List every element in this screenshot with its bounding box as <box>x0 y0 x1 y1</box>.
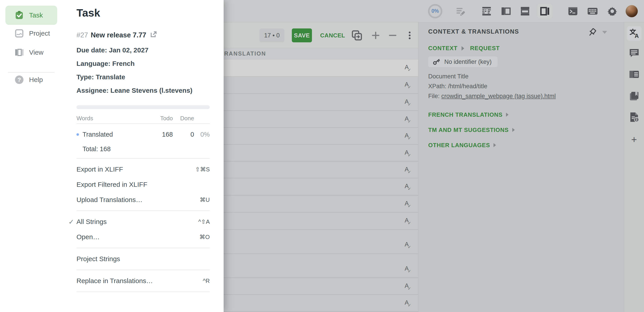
menu-item-label: All Strings <box>76 218 198 226</box>
task-language: Language: French <box>76 60 134 67</box>
words-total: Total: 168 <box>82 145 210 153</box>
words-table-header: Words Todo Done <box>76 113 210 124</box>
task-panel-title: Task <box>76 7 100 19</box>
menu-item[interactable]: Open…⌘O <box>76 229 210 245</box>
menu-item-shortcut: ⌘U <box>200 196 210 203</box>
menu-item-label: Replace in Translations… <box>76 277 203 285</box>
svg-text:?: ? <box>18 76 21 83</box>
task-due-date: Due date: Jan 02, 2027 <box>76 46 148 54</box>
sidebar-item-task[interactable]: Task <box>5 6 57 25</box>
menu-item[interactable]: ✓All Strings^⇧A <box>76 214 210 229</box>
task-panel: Task #27 New release 7.77 Due date: Jan … <box>62 0 224 312</box>
sidebar-item-label: Project <box>29 30 50 37</box>
task-summary-line: #27 New release 7.77 <box>76 31 158 40</box>
sidebar-item-project[interactable]: Project <box>5 26 57 41</box>
crowdin-editor-app: 0% <box>0 0 644 312</box>
menu-item-shortcut: ^⇧A <box>198 218 210 225</box>
sidebar-item-view[interactable]: View <box>5 45 57 60</box>
help-icon: ? <box>14 75 24 85</box>
words-table: Words Todo Done Translated 168 0 0% Tota… <box>76 113 210 153</box>
menu-item[interactable]: Project Strings <box>76 251 210 266</box>
check-icon: ✓ <box>68 218 74 226</box>
open-task-external-icon[interactable] <box>150 31 158 40</box>
menu-item[interactable]: Upload Translations…⌘U <box>76 192 210 207</box>
task-number: #27 <box>76 31 88 39</box>
menu-item-label: Project Strings <box>76 255 210 263</box>
words-table-row-translated: Translated 168 0 0% <box>76 129 210 139</box>
view-columns-icon <box>14 48 24 57</box>
menu-item-shortcut: ^R <box>203 277 210 284</box>
done-percent: 0% <box>194 131 210 138</box>
todo-count: 168 <box>146 131 173 138</box>
task-name: New release 7.77 <box>91 31 146 39</box>
task-assignee: Assignee: Leane Stevens (l.stevens) <box>76 87 192 94</box>
main-sidebar: Task Project View <box>0 0 62 312</box>
menu-item-label: Upload Translations… <box>76 196 200 204</box>
sidebar-item-help[interactable]: ? Help <box>5 73 57 87</box>
menu-item-label: Export in XLIFF <box>76 166 195 173</box>
project-icon <box>14 29 24 38</box>
task-clipboard-icon <box>14 10 24 20</box>
sidebar-item-label: Help <box>29 76 43 84</box>
task-progress-bar <box>76 105 210 109</box>
task-type: Type: Translate <box>76 73 125 81</box>
menu-item[interactable]: Replace in Translations…^R <box>76 273 210 288</box>
sidebar-item-label: Task <box>29 12 43 19</box>
sidebar-item-label: View <box>29 49 44 56</box>
done-count: 0 <box>173 131 194 138</box>
translated-dot-icon <box>76 133 79 136</box>
menu-item-label: Export Filtered in XLIFF <box>76 181 210 188</box>
menu-item-label: Open… <box>76 233 200 241</box>
menu-item[interactable]: Export Filtered in XLIFF <box>76 177 210 192</box>
menu-item-shortcut: ⌘O <box>200 234 210 241</box>
menu-item-shortcut: ⇧⌘S <box>195 166 210 173</box>
task-menu: Export in XLIFF⇧⌘SExport Filtered in XLI… <box>76 158 210 292</box>
menu-item[interactable]: Export in XLIFF⇧⌘S <box>76 162 210 177</box>
